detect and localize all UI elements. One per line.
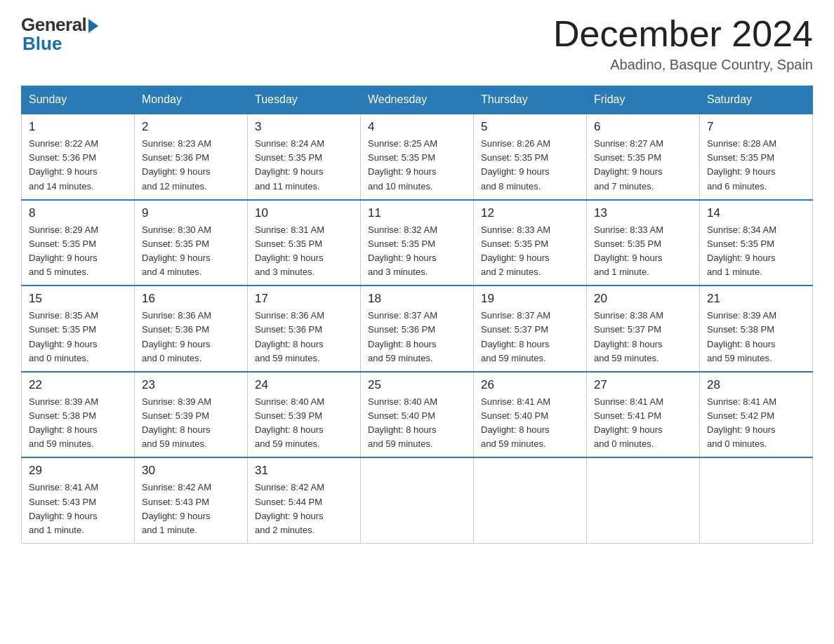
day-number: 22 xyxy=(29,378,127,392)
calendar-cell: 19Sunrise: 8:37 AM Sunset: 5:37 PM Dayli… xyxy=(474,286,587,372)
calendar-cell xyxy=(474,457,587,543)
calendar-cell: 11Sunrise: 8:32 AM Sunset: 5:35 PM Dayli… xyxy=(361,200,474,286)
day-info: Sunrise: 8:31 AM Sunset: 5:35 PM Dayligh… xyxy=(255,223,353,280)
day-number: 4 xyxy=(368,120,466,134)
day-info: Sunrise: 8:36 AM Sunset: 5:36 PM Dayligh… xyxy=(142,309,240,365)
day-number: 28 xyxy=(707,378,805,392)
day-info: Sunrise: 8:40 AM Sunset: 5:39 PM Dayligh… xyxy=(255,395,353,452)
calendar-cell: 25Sunrise: 8:40 AM Sunset: 5:40 PM Dayli… xyxy=(361,372,474,458)
calendar-cell: 1Sunrise: 8:22 AM Sunset: 5:36 PM Daylig… xyxy=(22,114,135,200)
calendar-cell: 4Sunrise: 8:25 AM Sunset: 5:35 PM Daylig… xyxy=(361,114,474,200)
day-info: Sunrise: 8:39 AM Sunset: 5:38 PM Dayligh… xyxy=(29,395,127,452)
calendar-cell: 27Sunrise: 8:41 AM Sunset: 5:41 PM Dayli… xyxy=(587,372,700,458)
logo-blue-text: Blue xyxy=(22,33,62,55)
header-monday: Monday xyxy=(135,86,248,114)
day-number: 30 xyxy=(142,464,240,478)
day-info: Sunrise: 8:41 AM Sunset: 5:43 PM Dayligh… xyxy=(29,481,127,537)
day-info: Sunrise: 8:23 AM Sunset: 5:36 PM Dayligh… xyxy=(142,137,240,194)
day-number: 12 xyxy=(481,206,579,220)
calendar-cell: 9Sunrise: 8:30 AM Sunset: 5:35 PM Daylig… xyxy=(135,200,248,286)
day-info: Sunrise: 8:29 AM Sunset: 5:35 PM Dayligh… xyxy=(29,223,127,280)
calendar-cell: 10Sunrise: 8:31 AM Sunset: 5:35 PM Dayli… xyxy=(248,200,361,286)
day-number: 19 xyxy=(481,292,579,306)
calendar-cell: 23Sunrise: 8:39 AM Sunset: 5:39 PM Dayli… xyxy=(135,372,248,458)
day-info: Sunrise: 8:33 AM Sunset: 5:35 PM Dayligh… xyxy=(481,223,579,280)
calendar-header-row: SundayMondayTuesdayWednesdayThursdayFrid… xyxy=(22,86,813,114)
day-info: Sunrise: 8:28 AM Sunset: 5:35 PM Dayligh… xyxy=(707,137,805,194)
day-number: 7 xyxy=(707,120,805,134)
day-info: Sunrise: 8:34 AM Sunset: 5:35 PM Dayligh… xyxy=(707,223,805,280)
calendar-cell: 6Sunrise: 8:27 AM Sunset: 5:35 PM Daylig… xyxy=(587,114,700,200)
calendar-week-row: 22Sunrise: 8:39 AM Sunset: 5:38 PM Dayli… xyxy=(22,372,813,458)
day-info: Sunrise: 8:36 AM Sunset: 5:36 PM Dayligh… xyxy=(255,309,353,365)
calendar-cell: 13Sunrise: 8:33 AM Sunset: 5:35 PM Dayli… xyxy=(587,200,700,286)
calendar-cell xyxy=(700,457,813,543)
calendar-cell xyxy=(361,457,474,543)
day-info: Sunrise: 8:40 AM Sunset: 5:40 PM Dayligh… xyxy=(368,395,466,452)
calendar-cell: 30Sunrise: 8:42 AM Sunset: 5:43 PM Dayli… xyxy=(135,457,248,543)
calendar-cell: 2Sunrise: 8:23 AM Sunset: 5:36 PM Daylig… xyxy=(135,114,248,200)
calendar-week-row: 1Sunrise: 8:22 AM Sunset: 5:36 PM Daylig… xyxy=(22,114,813,200)
day-number: 20 xyxy=(594,292,692,306)
calendar-cell: 24Sunrise: 8:40 AM Sunset: 5:39 PM Dayli… xyxy=(248,372,361,458)
day-info: Sunrise: 8:41 AM Sunset: 5:42 PM Dayligh… xyxy=(707,395,805,452)
calendar-cell: 3Sunrise: 8:24 AM Sunset: 5:35 PM Daylig… xyxy=(248,114,361,200)
day-info: Sunrise: 8:27 AM Sunset: 5:35 PM Dayligh… xyxy=(594,137,692,194)
day-info: Sunrise: 8:37 AM Sunset: 5:37 PM Dayligh… xyxy=(481,309,579,365)
calendar-week-row: 8Sunrise: 8:29 AM Sunset: 5:35 PM Daylig… xyxy=(22,200,813,286)
header-sunday: Sunday xyxy=(22,86,135,114)
logo-arrow-icon xyxy=(88,19,98,33)
calendar-cell: 7Sunrise: 8:28 AM Sunset: 5:35 PM Daylig… xyxy=(700,114,813,200)
day-number: 16 xyxy=(142,292,240,306)
day-info: Sunrise: 8:22 AM Sunset: 5:36 PM Dayligh… xyxy=(29,137,127,194)
day-info: Sunrise: 8:42 AM Sunset: 5:44 PM Dayligh… xyxy=(255,481,353,537)
calendar-cell: 14Sunrise: 8:34 AM Sunset: 5:35 PM Dayli… xyxy=(700,200,813,286)
header-wednesday: Wednesday xyxy=(361,86,474,114)
day-info: Sunrise: 8:30 AM Sunset: 5:35 PM Dayligh… xyxy=(142,223,240,280)
day-info: Sunrise: 8:41 AM Sunset: 5:40 PM Dayligh… xyxy=(481,395,579,452)
calendar-cell: 29Sunrise: 8:41 AM Sunset: 5:43 PM Dayli… xyxy=(22,457,135,543)
calendar-cell: 12Sunrise: 8:33 AM Sunset: 5:35 PM Dayli… xyxy=(474,200,587,286)
calendar-week-row: 29Sunrise: 8:41 AM Sunset: 5:43 PM Dayli… xyxy=(22,457,813,543)
day-info: Sunrise: 8:37 AM Sunset: 5:36 PM Dayligh… xyxy=(368,309,466,365)
day-info: Sunrise: 8:33 AM Sunset: 5:35 PM Dayligh… xyxy=(594,223,692,280)
calendar-cell: 21Sunrise: 8:39 AM Sunset: 5:38 PM Dayli… xyxy=(700,286,813,372)
day-number: 14 xyxy=(707,206,805,220)
calendar-cell: 18Sunrise: 8:37 AM Sunset: 5:36 PM Dayli… xyxy=(361,286,474,372)
day-number: 9 xyxy=(142,206,240,220)
day-number: 5 xyxy=(481,120,579,134)
day-info: Sunrise: 8:24 AM Sunset: 5:35 PM Dayligh… xyxy=(255,137,353,194)
day-info: Sunrise: 8:42 AM Sunset: 5:43 PM Dayligh… xyxy=(142,481,240,537)
day-number: 26 xyxy=(481,378,579,392)
day-info: Sunrise: 8:38 AM Sunset: 5:37 PM Dayligh… xyxy=(594,309,692,365)
day-info: Sunrise: 8:39 AM Sunset: 5:39 PM Dayligh… xyxy=(142,395,240,452)
day-info: Sunrise: 8:39 AM Sunset: 5:38 PM Dayligh… xyxy=(707,309,805,365)
day-number: 6 xyxy=(594,120,692,134)
day-info: Sunrise: 8:35 AM Sunset: 5:35 PM Dayligh… xyxy=(29,309,127,365)
day-info: Sunrise: 8:26 AM Sunset: 5:35 PM Dayligh… xyxy=(481,137,579,194)
month-title: December 2024 xyxy=(553,14,813,54)
day-number: 15 xyxy=(29,292,127,306)
calendar-table: SundayMondayTuesdayWednesdayThursdayFrid… xyxy=(21,86,813,544)
calendar-cell: 15Sunrise: 8:35 AM Sunset: 5:35 PM Dayli… xyxy=(22,286,135,372)
title-section: December 2024 Abadino, Basque Country, S… xyxy=(553,14,813,73)
calendar-cell: 31Sunrise: 8:42 AM Sunset: 5:44 PM Dayli… xyxy=(248,457,361,543)
header-friday: Friday xyxy=(587,86,700,114)
day-number: 13 xyxy=(594,206,692,220)
header-tuesday: Tuesday xyxy=(248,86,361,114)
day-number: 8 xyxy=(29,206,127,220)
calendar-cell: 8Sunrise: 8:29 AM Sunset: 5:35 PM Daylig… xyxy=(22,200,135,286)
calendar-cell: 17Sunrise: 8:36 AM Sunset: 5:36 PM Dayli… xyxy=(248,286,361,372)
calendar-cell: 22Sunrise: 8:39 AM Sunset: 5:38 PM Dayli… xyxy=(22,372,135,458)
day-number: 1 xyxy=(29,120,127,134)
calendar-cell: 26Sunrise: 8:41 AM Sunset: 5:40 PM Dayli… xyxy=(474,372,587,458)
calendar-cell: 16Sunrise: 8:36 AM Sunset: 5:36 PM Dayli… xyxy=(135,286,248,372)
day-number: 10 xyxy=(255,206,353,220)
logo: General Blue xyxy=(21,14,98,55)
day-number: 27 xyxy=(594,378,692,392)
day-info: Sunrise: 8:32 AM Sunset: 5:35 PM Dayligh… xyxy=(368,223,466,280)
location-subtitle: Abadino, Basque Country, Spain xyxy=(553,57,813,73)
calendar-cell: 20Sunrise: 8:38 AM Sunset: 5:37 PM Dayli… xyxy=(587,286,700,372)
calendar-cell: 5Sunrise: 8:26 AM Sunset: 5:35 PM Daylig… xyxy=(474,114,587,200)
day-number: 3 xyxy=(255,120,353,134)
